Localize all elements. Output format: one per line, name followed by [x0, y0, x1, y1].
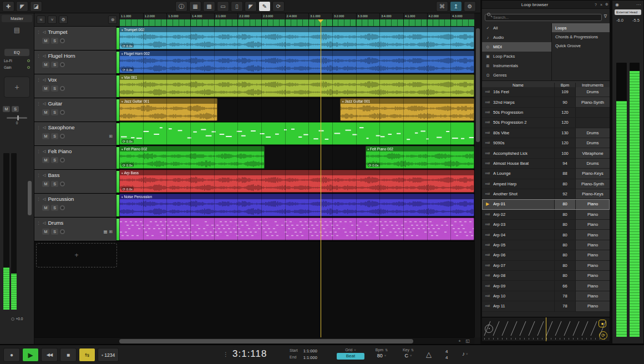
solo-button[interactable]: S: [51, 38, 58, 44]
loop-row-arp-06[interactable]: midi Arp 06 80 Piano: [482, 250, 610, 260]
solo-button[interactable]: S: [51, 181, 58, 187]
record-arm-button[interactable]: [60, 62, 65, 67]
piano-icon[interactable]: ⊞: [109, 134, 113, 139]
speaker-icon[interactable]: ◁: [43, 102, 45, 106]
grid-value[interactable]: Beat: [337, 353, 364, 360]
bpm-control[interactable]: Bpm⇅ 80˅: [369, 348, 394, 358]
rack-icon[interactable]: ▤: [0, 26, 34, 34]
speaker-icon[interactable]: ◁: [43, 54, 45, 58]
clip-collapse-icon[interactable]: ▾: [121, 52, 123, 55]
speaker-icon[interactable]: ◁: [43, 221, 45, 225]
clip[interactable]: [119, 218, 474, 240]
loop-row-arp-09[interactable]: midi Arp 09 66 Piano: [482, 281, 610, 291]
mute-button[interactable]: M: [42, 85, 49, 92]
clip-jazz-guitar-001[interactable]: ▾Jazz Guitar 001: [119, 98, 217, 121]
track-header[interactable]: ⋮ ◁ Percussion M S: [34, 194, 116, 217]
network-icon[interactable]: ⌘: [436, 1, 448, 12]
category-all[interactable]: ✓ All: [482, 23, 551, 33]
loop-row-9090s[interactable]: midi 9090s 120 Drums: [482, 138, 610, 148]
master-pan-slider[interactable]: [7, 117, 27, 119]
drag-handle-icon[interactable]: ⋮: [37, 125, 40, 130]
loop-row-arp-10[interactable]: midi Arp 10 78 Piano: [482, 291, 610, 301]
add-plugin-button[interactable]: +: [4, 77, 30, 98]
tab-quick-groove[interactable]: Quick Groove: [552, 41, 610, 50]
speaker-icon[interactable]: ◁: [43, 173, 45, 178]
loop-row-another-shot[interactable]: midi Another Shot 92 Piano-Keys: [482, 189, 610, 199]
loop-row-50s-progression-2[interactable]: midi 50s Progression 2 120: [482, 118, 610, 128]
level-reset-icon[interactable]: [11, 317, 14, 321]
loop-row-arp-05[interactable]: midi Arp 05 80 Piano: [482, 240, 610, 250]
loop-mode-icon[interactable]: ⟳: [272, 1, 285, 12]
playhead[interactable]: [321, 21, 321, 337]
clip-speed-badge[interactable]: ⟳ 0.0x: [121, 44, 134, 48]
track-lane[interactable]: ▾Arp Bass⟳ 0.0x: [119, 170, 474, 193]
solo-button[interactable]: S: [51, 62, 58, 68]
play-button[interactable]: ▶: [22, 348, 39, 362]
master-plugin-gain[interactable]: Gain: [0, 65, 34, 69]
speaker-icon[interactable]: ◁: [43, 30, 45, 34]
category-midi[interactable]: ⊙ MIDI: [482, 42, 551, 52]
automation-icon[interactable]: ˅: [48, 16, 57, 24]
master-plugin-lo-fi[interactable]: Lo-Fi: [0, 59, 34, 63]
mute-button[interactable]: M: [42, 109, 49, 115]
loop-row-amped-harp[interactable]: midi Amped Harp 80 Piano-Synth: [482, 179, 610, 189]
settings-icon[interactable]: ⚙: [464, 1, 476, 12]
popout-icon[interactable]: ⊕: [604, 2, 610, 7]
record-arm-button[interactable]: [60, 134, 65, 139]
speaker-icon[interactable]: ◁: [43, 78, 45, 82]
horizontal-scrollbar[interactable]: + ◱: [34, 337, 474, 344]
loop-row-almost-house-beat[interactable]: midi Almost House Beat 94 Drums: [482, 159, 610, 169]
loop-row-arp-07[interactable]: midi Arp 07 80 Piano: [482, 261, 610, 271]
track-lane[interactable]: ▾Vox 001: [119, 74, 474, 98]
clip-speed-badge[interactable]: ⟳ 0.0x: [121, 68, 134, 72]
snap-grid-icon[interactable]: ▩: [203, 1, 215, 12]
clip-collapse-icon[interactable]: ▾: [121, 100, 123, 103]
record-button[interactable]: ●: [3, 348, 20, 362]
solo-button[interactable]: S: [51, 85, 58, 92]
rewind-button[interactable]: ◀◀: [41, 348, 58, 362]
solo-button[interactable]: S: [51, 157, 58, 163]
category-loop-packs[interactable]: ▣ Loop Packs: [482, 52, 551, 61]
track-header[interactable]: ⋮ ◁ Bass M S: [34, 170, 116, 193]
piano-icon[interactable]: ⊞: [109, 229, 113, 234]
preview-loop-button[interactable]: ⟳: [599, 331, 607, 340]
drag-handle-icon[interactable]: ⋮: [37, 54, 40, 58]
end-time-field[interactable]: 1:1:000: [303, 355, 317, 360]
drag-handle-icon[interactable]: ⋮: [37, 102, 40, 106]
master-solo-button[interactable]: S: [12, 106, 19, 112]
clip-noise-percussion[interactable]: ▾Noise Percussion: [119, 194, 474, 216]
speaker-icon[interactable]: ◁: [43, 197, 45, 201]
solo-button[interactable]: S: [51, 133, 58, 139]
clip-felt-piano-002[interactable]: ▾Felt Piano 002⟳ 0.0x: [119, 146, 265, 169]
clip[interactable]: ⟳ 0.0x: [119, 122, 474, 145]
record-arm-button[interactable]: [60, 38, 65, 43]
loop-row-arp-04[interactable]: midi Arp 04 80 Piano: [482, 230, 610, 240]
add-track-icon[interactable]: ⊕: [108, 16, 117, 24]
cursor-tool-icon[interactable]: ◤: [16, 1, 28, 12]
master-tab[interactable]: Master: [2, 15, 32, 22]
mute-button[interactable]: M: [42, 181, 49, 187]
screen-icon[interactable]: ▭: [217, 1, 229, 12]
tab-chords-progressions[interactable]: Chords & Progressions: [552, 32, 610, 41]
playhead-marker[interactable]: [318, 19, 323, 23]
drag-handle-icon[interactable]: ⋮: [37, 173, 40, 178]
clip-collapse-icon[interactable]: ▾: [121, 148, 123, 151]
track-header[interactable]: ⋮ ◁ Guitar M S: [34, 98, 116, 122]
eq-button[interactable]: EQ: [4, 49, 29, 56]
tab-loops[interactable]: Loops: [552, 23, 610, 32]
track-wave-icon[interactable]: ≈: [37, 16, 45, 24]
drag-handle-icon[interactable]: ⋮: [37, 149, 40, 154]
solo-button[interactable]: S: [51, 205, 58, 211]
mute-button[interactable]: M: [42, 62, 49, 68]
clip-collapse-icon[interactable]: ▾: [121, 76, 123, 79]
ruler-band[interactable]: [119, 19, 474, 27]
drag-handle-icon[interactable]: ⋮: [37, 197, 40, 201]
loop-row-arp-02[interactable]: midi Arp 02 80 Piano: [482, 210, 610, 220]
speaker-icon[interactable]: ◁: [43, 149, 45, 154]
zoom-fit-icon[interactable]: ◱: [465, 338, 470, 343]
record-arm-button[interactable]: [60, 229, 65, 234]
loop-toggle-button[interactable]: ⇆: [79, 348, 95, 362]
mute-button[interactable]: M: [42, 229, 49, 235]
track-header[interactable]: ⋮ ◁ Trumpet M S: [34, 27, 116, 50]
search-input[interactable]: [485, 14, 602, 21]
